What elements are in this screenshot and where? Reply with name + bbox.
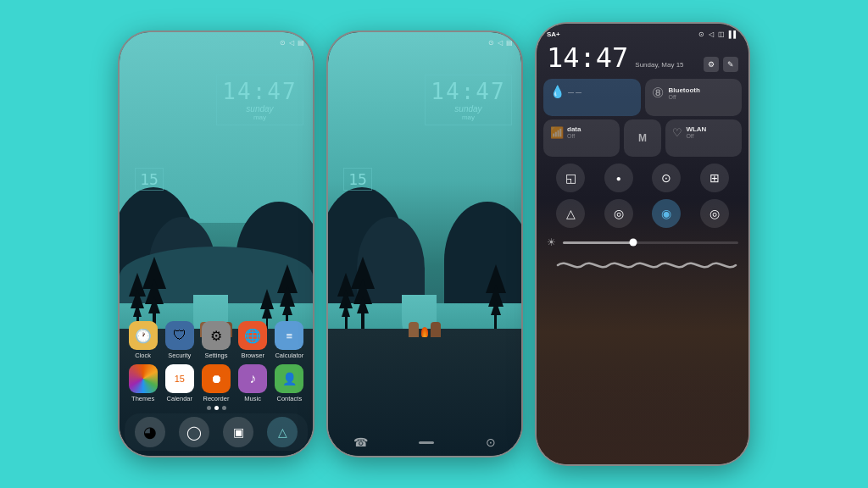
tile-wlan[interactable]: ♡ WLAN Off — [665, 119, 742, 157]
icon-expand[interactable]: ⊞ — [700, 164, 729, 192]
app-contacts[interactable]: 👤 Contacts — [275, 364, 303, 402]
bluetooth-label: Bluetooth — [669, 86, 700, 94]
p3-time: 14:47 — [547, 42, 628, 74]
phone-2: ⊙ ◁ ▤ 14:47 sunday may 15 ☎ ⊙ — [328, 32, 521, 456]
p2-date-box: 15 — [343, 168, 372, 191]
icon-warning[interactable]: △ — [556, 199, 585, 228]
quick-tiles-row1: 💧 — — ⑧ Bluetooth Off — [537, 75, 748, 119]
p2-home-bar[interactable] — [419, 441, 434, 444]
icon-radio[interactable]: ◎ — [604, 199, 633, 228]
dock-icon-2[interactable]: ◯ — [179, 417, 209, 447]
time-display: 14:47 — [222, 79, 297, 104]
app-recorder[interactable]: ⏺ Recorder — [202, 364, 231, 402]
app-clock[interactable]: 🕐 Clock — [129, 321, 158, 359]
icon-rec[interactable]: ⊙ — [652, 164, 681, 192]
app-themes[interactable]: Themes — [129, 364, 158, 402]
page-dots — [125, 406, 308, 410]
bottom-blur-area — [537, 363, 748, 464]
tile-bluetooth[interactable]: ⑧ Bluetooth Off — [645, 79, 743, 116]
p3-edit-icon[interactable]: ✎ — [723, 57, 738, 72]
app-music[interactable]: ♪ Music — [238, 364, 267, 402]
month-display: may — [222, 114, 297, 121]
p3-status-bar: SA+ ⊙ ◁ ◫ ▌▌ — [537, 24, 748, 40]
time-widget: 14:47 sunday may — [216, 75, 303, 125]
app-calculator[interactable]: ≡ Calculator — [275, 321, 303, 359]
p2-phone-btn[interactable]: ☎ — [353, 435, 368, 449]
carrier-label: SA+ — [547, 30, 560, 38]
icon-cube[interactable]: ◱ — [556, 164, 585, 192]
p2-status-bar: ⊙ ◁ ▤ — [488, 39, 513, 47]
p3-date-col: Sunday, May 15 — [635, 61, 683, 69]
app-row-1: 🕐 Clock 🛡 Security ⚙ Settings 🌐 Browser … — [125, 321, 308, 359]
status-bar-right: ⊙ ◁ ▤ — [280, 39, 304, 47]
app-row-2: Themes 15 Calendar ⏺ Recorder ♪ Music 👤 … — [125, 364, 308, 402]
icon-row-2: △ ◎ ◉ ◎ — [537, 196, 748, 231]
p2-month: may — [431, 114, 505, 121]
icon-record2[interactable]: ◎ — [700, 199, 729, 228]
brightness-row: ☀ — [537, 231, 748, 253]
brightness-bar[interactable] — [563, 241, 738, 244]
p3-status-icons: ⊙ ◁ ◫ ▌▌ — [698, 30, 738, 38]
wallpaper-background: ⊙ ◁ ▤ 14:47 sunday may 15 ☎ ⊙ — [328, 32, 521, 456]
dock-icon-1[interactable]: ◕ — [135, 417, 165, 447]
phone-3: SA+ ⊙ ◁ ◫ ▌▌ 14:47 Sunday, May 15 ⚙ ✎ — [537, 24, 748, 464]
p2-date: 15 — [348, 170, 367, 188]
brightness-icon: ☀ — [547, 236, 556, 248]
icon-location[interactable]: ◉ — [652, 199, 681, 228]
date-number: 15 — [140, 170, 159, 188]
p3-date: Sunday, May 15 — [635, 61, 683, 69]
p3-gear-icon[interactable]: ⚙ — [704, 57, 719, 72]
tile-data[interactable]: 📶 data Off — [543, 119, 620, 157]
p2-time-widget: 14:47 sunday may — [425, 75, 511, 125]
p2-time: 14:47 — [431, 79, 505, 104]
p2-day: sunday — [431, 104, 505, 114]
app-browser[interactable]: 🌐 Browser — [238, 321, 267, 359]
quick-tiles-row2: 📶 data Off M ♡ WLAN Off — [537, 119, 748, 160]
dock-icon-3[interactable]: ▣ — [223, 417, 253, 447]
phone-1: ⊙ ◁ ▤ 14:47 sunday may 15 🕐 Clock — [120, 32, 313, 456]
app-security[interactable]: 🛡 Security — [165, 321, 194, 359]
wave-decoration — [537, 253, 748, 280]
app-grid: 🕐 Clock 🛡 Security ⚙ Settings 🌐 Browser … — [120, 318, 313, 456]
p2-camera-btn[interactable]: ⊙ — [486, 435, 496, 449]
app-settings[interactable]: ⚙ Settings — [202, 321, 231, 359]
tile-m[interactable]: M — [624, 119, 662, 157]
dock-icon-4[interactable]: △ — [267, 417, 298, 447]
icon-dot[interactable]: ● — [604, 164, 633, 192]
date-box: 15 — [135, 168, 164, 191]
p2-nav: ☎ ⊙ — [328, 435, 521, 449]
dock-bar: ◕ ◯ ▣ △ — [125, 413, 308, 451]
p3-quick-icon-row: ⚙ ✎ — [704, 57, 738, 72]
notification-panel: SA+ ⊙ ◁ ◫ ▌▌ 14:47 Sunday, May 15 ⚙ ✎ — [537, 24, 748, 464]
icon-row-1: ◱ ● ⊙ ⊞ — [537, 160, 748, 196]
p3-time-row: 14:47 Sunday, May 15 ⚙ ✎ — [537, 40, 748, 75]
tile-water[interactable]: 💧 — — — [543, 79, 641, 116]
bluetooth-sub: Off — [669, 94, 700, 100]
app-calendar[interactable]: 15 Calendar — [165, 364, 194, 402]
day-display: sunday — [222, 104, 297, 114]
